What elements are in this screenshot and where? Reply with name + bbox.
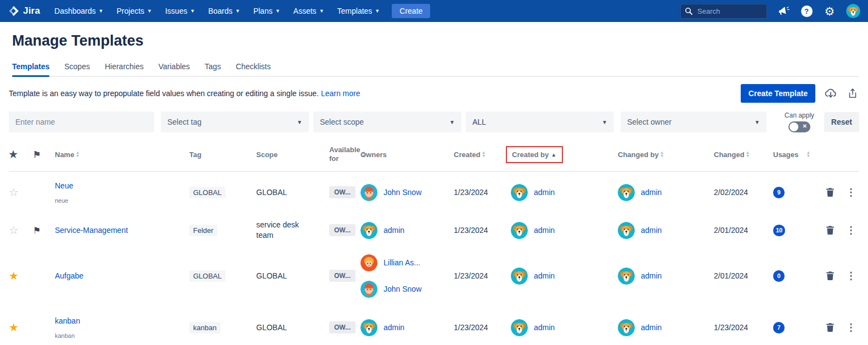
star-icon[interactable]: ★ (9, 270, 19, 282)
template-name-link[interactable]: Neue (55, 181, 189, 190)
jira-logo[interactable]: Jira (8, 5, 40, 17)
nav-item-plans[interactable]: Plans▼ (253, 7, 280, 15)
usages-badge[interactable]: 9 (773, 187, 785, 198)
kebab-menu-icon[interactable]: ⋮ (846, 270, 856, 282)
help-icon[interactable]: ? (800, 4, 813, 18)
flag-header-icon[interactable]: ⚑ (33, 149, 41, 160)
tab-tags[interactable]: Tags (205, 59, 221, 76)
changed-by-link[interactable]: admin (641, 323, 662, 332)
cell-name: Aufgabe (55, 271, 189, 280)
usages-badge[interactable]: 7 (773, 322, 785, 333)
sort-icon[interactable]: ▴▾ (661, 151, 663, 158)
dog-avatar (511, 184, 528, 201)
nav-item-issues[interactable]: Issues▼ (165, 7, 195, 15)
created-by: admin (511, 222, 618, 239)
tab-hierarchies[interactable]: Hierarchies (105, 59, 144, 76)
nav-item-projects[interactable]: Projects▼ (116, 7, 152, 15)
header-created: Created▴▾ (454, 151, 511, 159)
search-input[interactable] (680, 4, 767, 19)
star-icon[interactable]: ★ (9, 321, 19, 333)
cell-name: Neue neue (55, 181, 189, 204)
created-by-link[interactable]: admin (534, 323, 555, 332)
reset-button[interactable]: Reset (824, 112, 859, 132)
chevron-down-icon: ▼ (235, 8, 240, 14)
nav-item-templates[interactable]: Templates▼ (337, 7, 380, 15)
changed-by: admin (618, 184, 714, 201)
owner-link[interactable]: admin (384, 226, 404, 235)
gear-icon[interactable]: ⚙ (823, 4, 836, 18)
dog-avatar (511, 268, 528, 285)
tag-filter-select[interactable]: Select tag▼ (161, 112, 309, 132)
user-avatar[interactable] (846, 4, 860, 18)
tab-templates[interactable]: Templates (12, 59, 49, 76)
created-by-link[interactable]: admin (534, 226, 555, 235)
tab-scopes[interactable]: Scopes (64, 59, 90, 76)
main-nav: Dashboards▼ Projects▼ Issues▼ Boards▼ Pl… (54, 7, 380, 15)
template-name-link[interactable]: Service-Management (55, 226, 189, 235)
trash-icon[interactable] (825, 322, 835, 332)
created-by-link[interactable]: admin (534, 271, 555, 280)
scope-text: GLOBAL (256, 188, 329, 197)
name-filter-input[interactable] (9, 112, 154, 132)
flag-icon[interactable]: ⚑ (33, 226, 41, 235)
owner-link[interactable]: John Snow (384, 188, 421, 197)
owner: admin (360, 222, 454, 239)
create-template-button[interactable]: Create Template (741, 84, 815, 103)
usages-badge[interactable]: 0 (773, 270, 785, 282)
scope-filter-select[interactable]: Select scope▼ (313, 112, 461, 132)
trash-icon[interactable] (825, 271, 835, 281)
trash-icon[interactable] (825, 187, 835, 197)
megaphone-icon[interactable] (777, 4, 790, 18)
header-available-for: Available for▴▾ (329, 146, 360, 163)
dog-avatar (511, 319, 528, 336)
header-scope: Scope (256, 151, 329, 159)
table-row: ★ Aufgabe GLOBAL GLOBAL OW... Lillian As… (9, 248, 859, 304)
star-icon[interactable]: ☆ (9, 224, 19, 236)
jira-logo-icon (8, 5, 20, 17)
trash-icon[interactable] (825, 225, 835, 235)
template-name-link[interactable]: kanban (55, 316, 189, 325)
export-icon[interactable] (846, 87, 859, 100)
star-icon[interactable]: ☆ (9, 186, 19, 198)
owner: admin (360, 319, 454, 336)
tab-checklists[interactable]: Checklists (236, 59, 271, 76)
nav-item-dashboards[interactable]: Dashboards▼ (54, 7, 103, 15)
type-filter-select[interactable]: ALL▼ (466, 112, 614, 132)
cloud-download-icon[interactable] (824, 87, 837, 100)
created-by-link[interactable]: admin (534, 188, 555, 197)
sort-asc-icon[interactable]: ▲ (551, 152, 556, 158)
changed-by-link[interactable]: admin (641, 188, 662, 197)
template-name-link[interactable]: Aufgabe (55, 271, 189, 280)
cell-name: kanban kanban (55, 316, 189, 339)
changed-by-link[interactable]: admin (641, 226, 662, 235)
owner-link[interactable]: John Snow (384, 285, 421, 293)
nav-item-boards[interactable]: Boards▼ (208, 7, 240, 15)
usages-badge[interactable]: 10 (773, 225, 785, 236)
owner-link[interactable]: Lillian As... (384, 258, 420, 267)
chevron-down-icon: ▼ (147, 8, 152, 14)
kebab-menu-icon[interactable]: ⋮ (846, 186, 856, 198)
kebab-menu-icon[interactable]: ⋮ (846, 224, 856, 236)
owner-link[interactable]: admin (384, 323, 404, 332)
tab-variables[interactable]: Variables (159, 59, 190, 76)
learn-more-link[interactable]: Learn more (321, 89, 360, 98)
changed-by-link[interactable]: admin (641, 271, 662, 280)
kebab-menu-icon[interactable]: ⋮ (846, 321, 856, 333)
chevron-down-icon: ▼ (190, 8, 195, 14)
sort-icon[interactable]: ▴▾ (76, 151, 78, 158)
chevron-down-icon: ▼ (602, 119, 607, 125)
favorite-header-icon[interactable]: ★ (9, 148, 18, 160)
can-apply-toggle[interactable]: ✕ (788, 121, 810, 132)
description-row: Template is an easy way to prepopulate f… (9, 84, 859, 103)
dog-avatar (618, 184, 635, 201)
header-created-by: Created by▲ (511, 146, 618, 163)
create-button[interactable]: Create (392, 4, 430, 18)
john-snow-avatar (360, 281, 377, 298)
sort-icon[interactable]: ▴▾ (747, 151, 749, 158)
sort-icon[interactable]: ▴▾ (482, 151, 484, 158)
owner-filter-select[interactable]: Select owner▼ (621, 112, 766, 132)
chevron-down-icon: ▼ (297, 119, 302, 125)
sort-icon[interactable]: ▴▾ (807, 151, 809, 158)
nav-item-assets[interactable]: Assets▼ (294, 7, 324, 15)
scope-text: GLOBAL (256, 323, 329, 332)
